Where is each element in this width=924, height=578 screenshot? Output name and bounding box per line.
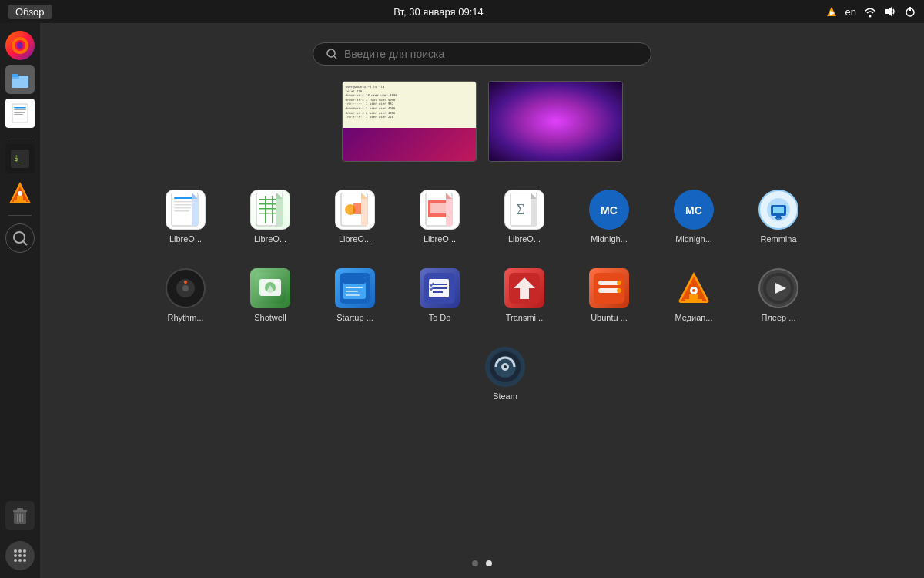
app-label-ubuntu-software: Ubuntu ... [578, 313, 640, 322]
svg-marker-3 [886, 7, 892, 16]
svg-rect-13 [14, 107, 26, 109]
svg-rect-95 [346, 287, 363, 288]
app-label-shotwell: Shotwell [239, 313, 301, 322]
dock-item-writer[interactable] [5, 99, 35, 128]
dock-item-files[interactable] [5, 65, 35, 94]
app-remmina[interactable]: Remmina [744, 185, 813, 248]
dock-item-vlc[interactable] [5, 178, 35, 207]
app-steam[interactable]: Steam [470, 342, 540, 405]
app-shotwell[interactable]: Shotwell [236, 264, 305, 327]
search-icon [326, 48, 338, 60]
svg-rect-16 [14, 114, 23, 115]
dock-separator [8, 136, 32, 136]
app-label-midnight-1: Midnigh... [578, 234, 640, 244]
window-thumbnails: user@ubuntu:~$ ls -la total 128 drwxr-xr… [342, 81, 623, 162]
svg-rect-97 [346, 294, 360, 296]
svg-rect-12 [12, 104, 28, 123]
svg-rect-112 [689, 294, 698, 300]
app-vlc-media[interactable]: Медиап... [659, 264, 728, 327]
svg-point-38 [14, 559, 17, 562]
network-icon[interactable] [864, 5, 876, 18]
dock-item-search[interactable] [5, 223, 35, 253]
app-label-transmission: Transmi... [494, 313, 555, 322]
svg-point-23 [18, 191, 22, 196]
app-grid: LibreO... Libr [40, 177, 924, 413]
search-container [313, 42, 651, 66]
app-libreoffice-impress[interactable]: LibreO... [405, 185, 474, 248]
app-libreoffice-math[interactable]: Σ LibreO... [490, 185, 559, 248]
app-label-rhythmbox: Rhythm... [155, 313, 216, 322]
volume-icon[interactable] [884, 5, 896, 18]
dock: $_ [0, 23, 40, 578]
svg-rect-21 [17, 196, 23, 200]
main-content: user@ubuntu:~$ ls -la total 128 drwxr-xr… [40, 23, 924, 578]
topbar-datetime: Вт, 30 января 09:14 [393, 6, 484, 18]
app-startup[interactable]: Startup ... [320, 264, 390, 327]
svg-rect-14 [14, 109, 26, 110]
svg-text:Σ: Σ [517, 202, 524, 217]
app-player[interactable]: Плеер ... [744, 264, 813, 327]
svg-rect-106 [598, 281, 620, 285]
svg-point-40 [23, 559, 26, 562]
overview-button[interactable]: Обзор [8, 5, 52, 19]
topbar-right: ▶ en [825, 5, 916, 18]
svg-rect-81 [773, 207, 784, 213]
app-row-3: Steam [424, 334, 540, 413]
svg-point-32 [14, 549, 17, 553]
svg-text:$_: $_ [14, 154, 24, 163]
page-dots [472, 560, 492, 566]
app-row-1: LibreO... Libr [151, 177, 813, 256]
svg-rect-46 [174, 204, 192, 206]
page-dot-1[interactable] [472, 560, 478, 566]
svg-point-24 [14, 232, 25, 243]
svg-point-41 [327, 49, 335, 57]
app-label-draw: LibreO... [324, 234, 386, 244]
app-midnight-1[interactable]: MC Midnigh... [574, 185, 644, 248]
app-label-player: Плеер ... [748, 313, 809, 322]
app-label-writer: LibreO... [155, 234, 216, 244]
svg-text:MC: MC [685, 204, 702, 217]
page-dot-2[interactable] [486, 560, 492, 566]
app-label-impress: LibreO... [409, 234, 470, 244]
svg-rect-15 [14, 112, 25, 113]
svg-rect-113 [685, 299, 702, 302]
lang-indicator[interactable]: en [845, 6, 856, 18]
topbar: Обзор Вт, 30 января 09:14 ▶ en [0, 0, 924, 23]
svg-rect-109 [617, 288, 621, 293]
app-transmission[interactable]: Transmi... [490, 264, 559, 327]
app-libreoffice-writer[interactable]: LibreO... [151, 185, 220, 248]
svg-rect-94 [343, 277, 366, 284]
search-input[interactable] [344, 48, 638, 60]
search-bar[interactable] [313, 42, 651, 66]
dock-item-apps-grid[interactable] [5, 541, 35, 570]
window-thumbnail-terminal[interactable]: user@ubuntu:~$ ls -la total 128 drwxr-xr… [342, 81, 477, 162]
svg-point-35 [14, 554, 17, 557]
app-label-remmina: Remmina [748, 234, 809, 244]
svg-point-115 [692, 289, 695, 292]
app-midnight-2[interactable]: MC Midnigh... [659, 185, 728, 248]
app-label-calc: LibreO... [239, 234, 301, 244]
svg-rect-56 [265, 196, 266, 223]
app-ubuntu-software[interactable]: Ubuntu ... [574, 264, 644, 327]
app-row-2: Rhythm... [151, 256, 813, 334]
app-rhythmbox[interactable]: Rhythm... [151, 264, 220, 327]
app-libreoffice-draw[interactable]: LibreO... [320, 185, 390, 248]
app-libreoffice-calc[interactable]: LibreO... [236, 185, 305, 248]
svg-point-37 [23, 554, 26, 557]
app-label-todo: To Do [409, 313, 470, 322]
dock-item-terminal[interactable]: $_ [5, 144, 35, 173]
dock-item-trash[interactable] [5, 501, 35, 530]
app-label-midnight-2: Midnigh... [663, 234, 725, 244]
power-icon[interactable] [904, 5, 916, 18]
vlc-tray-icon[interactable]: ▶ [825, 5, 838, 18]
window-thumbnail-desktop[interactable] [488, 81, 623, 162]
svg-rect-67 [430, 203, 447, 213]
svg-point-91 [274, 280, 279, 284]
svg-point-2 [869, 15, 871, 18]
svg-rect-96 [346, 291, 358, 292]
dock-item-firefox[interactable] [5, 31, 35, 60]
svg-point-33 [18, 549, 22, 553]
svg-rect-48 [174, 210, 189, 212]
svg-point-122 [504, 365, 507, 368]
app-todo[interactable]: To Do [405, 264, 474, 327]
